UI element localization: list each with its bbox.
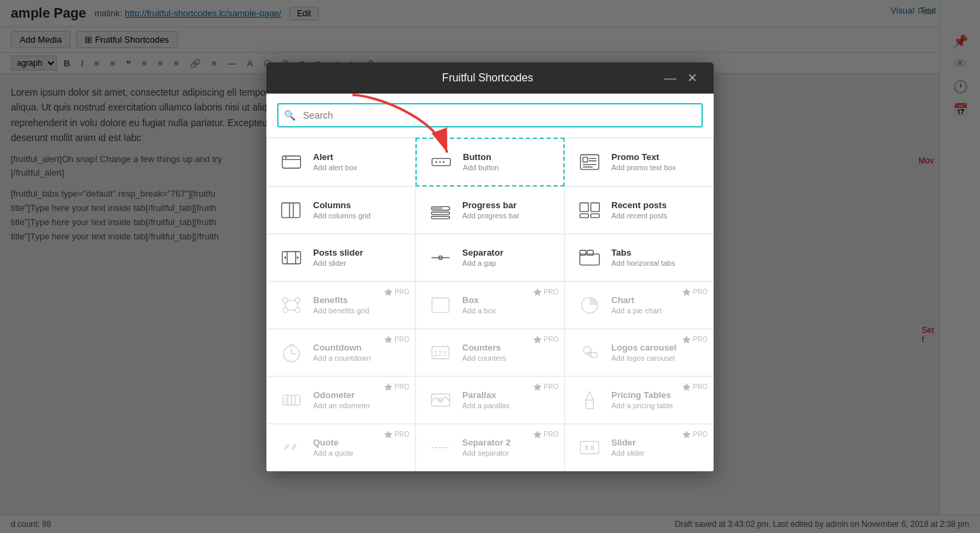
shortcode-item-posts-slider[interactable]: Posts slider Add slider xyxy=(266,234,415,281)
search-icon: 🔍 xyxy=(284,110,295,121)
parallax-icon xyxy=(427,387,454,414)
logos-carousel-icon xyxy=(576,339,603,366)
alert-icon xyxy=(278,149,305,176)
progress-bar-text: Progress bar Add progress bar xyxy=(462,200,519,220)
svg-rect-32 xyxy=(587,250,593,255)
shortcode-item-parallax[interactable]: Parallax Add a parallax PRO xyxy=(415,376,565,424)
shortcode-item-alert[interactable]: Alert Add alert box xyxy=(266,138,415,186)
svg-point-3 xyxy=(285,157,287,159)
svg-rect-57 xyxy=(432,394,450,406)
countdown-pro-badge: PRO xyxy=(384,335,409,344)
modal-header: Fruitful Shortcodes — ✕ xyxy=(266,62,714,94)
shortcodes-grid: Alert Add alert box Button Add button xyxy=(266,138,714,471)
shortcode-item-countdown[interactable]: Countdown Add a countdown PRO xyxy=(266,329,415,376)
svg-rect-23 xyxy=(580,214,589,217)
alert-text: Alert Add alert box xyxy=(313,152,357,172)
parallax-pro-badge: PRO xyxy=(533,382,558,392)
progress-bar-icon xyxy=(427,197,454,224)
shortcode-item-slider[interactable]: Slider Add slider PRO xyxy=(565,424,714,471)
slider-pro-badge: PRO xyxy=(682,430,708,439)
shortcode-item-button[interactable]: Button Add button xyxy=(415,138,565,186)
logos-carousel-text: Logos carousel Add logos carousel xyxy=(611,342,676,362)
shortcode-item-quote[interactable]: Quote Add a quote PRO xyxy=(266,424,415,471)
benefits-pro-badge: PRO xyxy=(384,288,409,297)
svg-rect-9 xyxy=(583,157,588,161)
button-text: Button Add button xyxy=(463,152,499,172)
tabs-text: Tabs Add horizontal tabs xyxy=(611,248,675,267)
modal-close-button[interactable]: ✕ xyxy=(685,72,700,84)
modal-minimize-button[interactable]: — xyxy=(661,72,679,84)
shortcode-item-counters[interactable]: 123 Counters Add counters PRO xyxy=(415,329,565,376)
shortcode-item-odometer[interactable]: 2 Odometer Add an odometer PRO xyxy=(266,376,415,424)
shortcode-item-tabs[interactable]: Tabs Add horizontal tabs xyxy=(565,234,714,281)
svg-point-5 xyxy=(435,161,437,163)
shortcode-item-recent-posts[interactable]: Recent posts Add recent posts xyxy=(565,186,714,234)
shortcode-item-promo-text[interactable]: Promo Text Add promo text box xyxy=(565,138,714,186)
separator2-icon xyxy=(427,434,454,461)
countdown-text: Countdown Add a countdown xyxy=(313,342,371,362)
benefits-text: Benefits Add benefits grid xyxy=(313,295,369,315)
odometer-icon: 2 xyxy=(278,387,305,414)
box-icon xyxy=(427,292,454,319)
fruitful-shortcodes-modal: Fruitful Shortcodes — ✕ 🔍 xyxy=(266,62,714,471)
parallax-text: Parallax Add a parallax xyxy=(462,390,510,410)
chart-icon xyxy=(576,292,603,319)
box-text: Box Add a box xyxy=(462,295,496,315)
posts-slider-text: Posts slider Add slider xyxy=(313,248,363,267)
pricing-tables-pro-badge: PRO xyxy=(682,382,708,392)
modal-search-area: 🔍 xyxy=(266,94,714,138)
svg-rect-14 xyxy=(282,203,300,218)
svg-text:123: 123 xyxy=(433,349,446,358)
odometer-pro-badge: PRO xyxy=(384,382,409,392)
separator2-pro-badge: PRO xyxy=(533,430,558,439)
slider-text: Slider Add slider xyxy=(611,437,645,457)
promo-text-icon xyxy=(576,149,603,176)
svg-rect-50 xyxy=(591,353,597,357)
columns-icon xyxy=(278,197,305,224)
odometer-text: Odometer Add an odometer xyxy=(313,390,370,410)
shortcode-item-benefits[interactable]: Benefits Add benefits grid PRO xyxy=(266,281,415,329)
svg-rect-22 xyxy=(591,203,600,212)
countdown-icon xyxy=(278,339,305,366)
recent-posts-icon xyxy=(576,197,603,224)
pricing-tables-icon xyxy=(576,387,603,414)
shortcode-item-box[interactable]: Box Add a box PRO xyxy=(415,281,565,329)
posts-slider-icon xyxy=(278,244,305,271)
svg-point-6 xyxy=(439,161,441,163)
benefits-icon xyxy=(278,292,305,319)
shortcode-item-logos-carousel[interactable]: Logos carousel Add logos carousel PRO xyxy=(565,329,714,376)
svg-rect-19 xyxy=(432,212,450,214)
svg-point-35 xyxy=(283,307,287,312)
shortcode-item-separator2[interactable]: Separator 2 Add separator PRO xyxy=(415,424,565,471)
svg-rect-1 xyxy=(283,156,301,168)
modal-title: Fruitful Shortcodes xyxy=(314,72,661,84)
quote-pro-badge: PRO xyxy=(384,430,409,439)
shortcode-item-chart[interactable]: Chart Add a pie chart PRO xyxy=(565,281,714,329)
svg-rect-21 xyxy=(580,203,589,212)
shortcode-item-separator[interactable]: Separator Add a gap xyxy=(415,234,565,281)
shortcode-item-progress-bar[interactable]: Progress bar Add progress bar xyxy=(415,186,565,234)
svg-point-33 xyxy=(283,298,287,302)
svg-rect-4 xyxy=(432,158,451,165)
counters-icon: 123 xyxy=(427,339,454,366)
separator2-text: Separator 2 Add separator xyxy=(462,437,511,457)
box-pro-badge: PRO xyxy=(533,288,558,297)
recent-posts-text: Recent posts Add recent posts xyxy=(611,200,668,220)
separator-icon xyxy=(427,244,454,271)
modal-overlay[interactable]: Fruitful Shortcodes — ✕ 🔍 xyxy=(0,0,980,533)
search-input[interactable] xyxy=(277,103,703,127)
svg-point-36 xyxy=(295,307,300,312)
chart-pro-badge: PRO xyxy=(682,288,708,297)
svg-point-7 xyxy=(443,161,445,163)
search-wrapper: 🔍 xyxy=(277,103,703,127)
promo-text-text: Promo Text Add promo text box xyxy=(611,152,676,172)
counters-text: Counters Add counters xyxy=(462,342,506,362)
svg-rect-24 xyxy=(591,214,600,217)
svg-rect-61 xyxy=(581,441,599,454)
shortcode-item-columns[interactable]: Columns Add columns grid xyxy=(266,186,415,234)
button-icon xyxy=(428,149,455,176)
counters-pro-badge: PRO xyxy=(533,335,558,344)
quote-text: Quote Add a quote xyxy=(313,437,353,457)
svg-text:2: 2 xyxy=(284,397,287,403)
shortcode-item-pricing-tables[interactable]: Pricing Tables Add a pricing table PRO xyxy=(565,376,714,424)
